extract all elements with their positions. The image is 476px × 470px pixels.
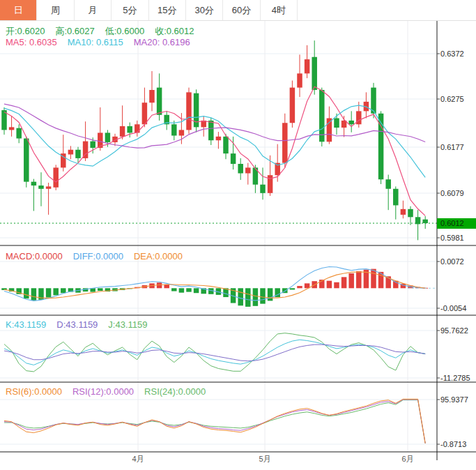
readout-value: DIFF:0.0000 bbox=[73, 251, 123, 261]
y-axis-label: 0.6372 bbox=[440, 50, 464, 58]
y-axis-label: -11.2785 bbox=[440, 374, 470, 382]
readout-value: MA5: 0.6035 bbox=[6, 37, 57, 47]
readout-value: RSI(6):0.0000 bbox=[6, 386, 62, 397]
current-price-tag: 0.6012 bbox=[437, 218, 476, 229]
tab-day[interactable]: 日 bbox=[0, 0, 37, 20]
x-axis-label: 5月 bbox=[259, 454, 270, 464]
readout-value: J:43.1159 bbox=[108, 319, 147, 330]
y-axis-label: -0.0054 bbox=[440, 304, 466, 312]
tab-4hour[interactable]: 4时 bbox=[261, 0, 298, 20]
readout-value: 高:0.6027 bbox=[55, 26, 94, 36]
readout-value: DEA:0.0000 bbox=[134, 251, 183, 261]
readout-value: 开:0.6020 bbox=[6, 26, 45, 36]
readout-value: RSI(12):0.0000 bbox=[72, 386, 134, 397]
tab-month[interactable]: 月 bbox=[75, 0, 112, 20]
chart-canvas[interactable] bbox=[0, 21, 476, 470]
tab-5min[interactable]: 5分 bbox=[112, 0, 148, 20]
readout-value: 收:0.6012 bbox=[155, 26, 194, 36]
y-axis-label: 0.6079 bbox=[440, 189, 464, 197]
ma-readout: MA5: 0.6035MA10: 0.6115MA20: 0.6196 bbox=[6, 37, 201, 47]
rsi-readout: RSI(6):0.0000RSI(12):0.0000RSI(24):0.000… bbox=[6, 386, 216, 397]
tab-60min[interactable]: 60分 bbox=[223, 0, 260, 20]
readout-value: MACD:0.0000 bbox=[6, 251, 63, 261]
kdj-readout: K:43.1159D:43.1159J:43.1159 bbox=[6, 319, 158, 330]
readout-value: K:43.1159 bbox=[6, 319, 46, 330]
y-axis-label: 95.9377 bbox=[440, 395, 468, 404]
tab-15min[interactable]: 15分 bbox=[149, 0, 186, 20]
readout-value: RSI(24):0.0000 bbox=[144, 386, 206, 397]
chart-app: 日周月5分15分30分60分4时 开:0.6020高:0.6027低:0.600… bbox=[0, 0, 476, 470]
readout-value: MA10: 0.6115 bbox=[68, 37, 123, 47]
readout-value: D:43.1159 bbox=[56, 319, 98, 330]
ohlc-readout: 开:0.6020高:0.6027低:0.6000收:0.6012 bbox=[6, 25, 205, 38]
readout-value: 低:0.6000 bbox=[105, 26, 144, 36]
y-axis-label: 0.6177 bbox=[440, 143, 464, 151]
macd-readout: MACD:0.0000DIFF:0.0000DEA:0.0000 bbox=[6, 251, 193, 261]
x-axis-label: 6月 bbox=[401, 454, 413, 464]
y-axis-label: 0.5981 bbox=[440, 234, 464, 242]
tab-30min[interactable]: 30分 bbox=[186, 0, 223, 20]
readout-value: MA20: 0.6196 bbox=[134, 37, 190, 47]
y-axis-label: 0.0072 bbox=[440, 257, 464, 266]
y-axis-label: 95.7622 bbox=[440, 326, 468, 335]
tab-week[interactable]: 周 bbox=[37, 0, 74, 20]
y-axis-label: 0.6275 bbox=[440, 95, 464, 103]
x-axis-label: 4月 bbox=[132, 454, 144, 464]
y-axis-label: -0.8713 bbox=[440, 440, 466, 448]
chart-area: 开:0.6020高:0.6027低:0.6000收:0.6012 MA5: 0.… bbox=[0, 21, 476, 470]
timeframe-tabbar: 日周月5分15分30分60分4时 bbox=[0, 0, 476, 21]
